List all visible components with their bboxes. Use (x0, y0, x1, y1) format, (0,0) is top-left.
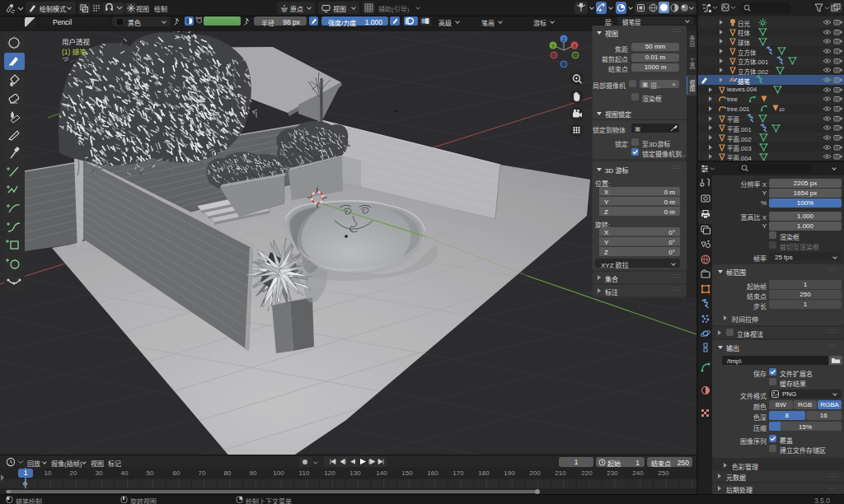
svg-text:Y: Y (551, 44, 555, 49)
svg-text:X: X (573, 44, 576, 49)
svg-text:10: 10 (779, 107, 785, 112)
svg-text:Z: Z (562, 37, 565, 42)
